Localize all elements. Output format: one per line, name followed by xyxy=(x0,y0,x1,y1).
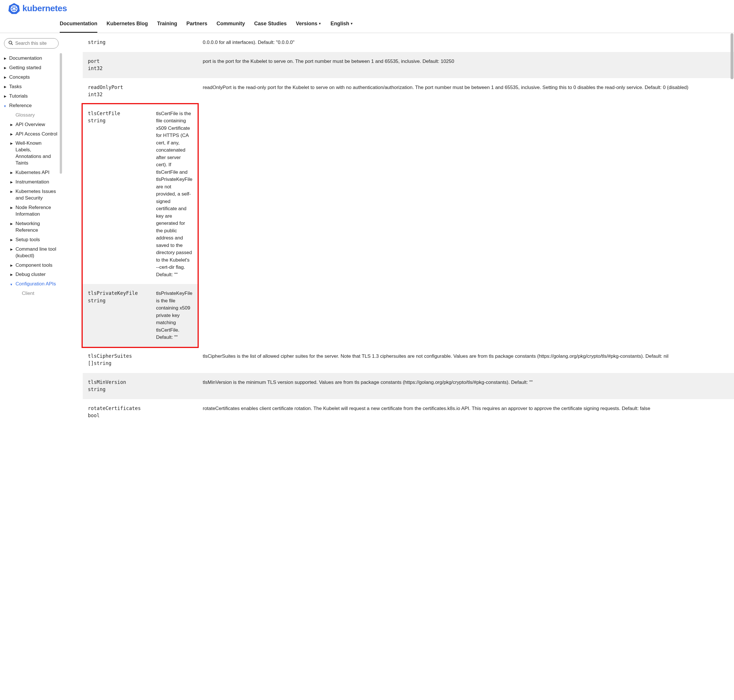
nav-community[interactable]: Community xyxy=(216,16,245,33)
chevron-right-icon: ▶ xyxy=(10,188,16,194)
sidebar-item[interactable]: ▶Documentation xyxy=(4,54,63,63)
field-name-cell: tlsCertFilestring xyxy=(83,104,151,284)
sidebar-item[interactable]: ▶Getting started xyxy=(4,63,63,73)
sidebar-item-label: Well-Known Labels, Annotations and Taint… xyxy=(16,140,63,166)
sidebar-item-label: Node Reference Information xyxy=(16,204,63,218)
sidebar-item[interactable]: ▶Tasks xyxy=(4,82,63,91)
sidebar-item-glossary[interactable]: Glossary xyxy=(4,110,63,120)
field-desc-cell: port is the port for the Kubelet to serv… xyxy=(197,52,734,78)
field-desc-cell: readOnlyPort is the read-only port for t… xyxy=(197,78,734,104)
table-row: tlsPrivateKeyFilestringtlsPrivateKeyFile… xyxy=(83,284,197,347)
chevron-right-icon: ▶ xyxy=(10,204,16,210)
sidebar-item-label: Configuration APIs xyxy=(16,281,63,287)
sidebar-item[interactable]: ▶Component tools xyxy=(4,261,63,270)
sidebar-item[interactable]: ▶API Access Control xyxy=(4,129,63,139)
nav-english[interactable]: English▼ xyxy=(331,16,353,33)
table-row: tlsMinVersionstringtlsMinVersion is the … xyxy=(83,373,734,399)
sidebar-item-label: Component tools xyxy=(16,262,63,269)
field-desc-cell: tlsCertFile is the file containing x509 … xyxy=(151,104,197,284)
page-scrollbar[interactable] xyxy=(731,33,733,79)
chevron-right-icon: ▶ xyxy=(10,221,16,226)
chevron-right-icon: ▶ xyxy=(10,131,16,137)
chevron-right-icon: ▶ xyxy=(10,237,16,242)
table-row: portint32port is the port for the Kubele… xyxy=(83,52,734,78)
search-input[interactable] xyxy=(15,41,73,46)
sidebar-item-label: Instrumentation xyxy=(16,179,63,185)
sidebar-item-client[interactable]: Client xyxy=(4,289,63,298)
sidebar-item[interactable]: ▶Kubernetes API xyxy=(4,168,63,178)
sidebar-item[interactable]: ▶Kubernetes Issues and Security xyxy=(4,187,63,203)
chevron-down-icon: ▾ xyxy=(4,103,9,109)
sidebar-item-label: Concepts xyxy=(9,74,63,81)
sidebar-item-label: Client xyxy=(22,290,63,297)
search-icon xyxy=(8,40,13,46)
sidebar-item-reference[interactable]: ▾Reference xyxy=(4,101,63,110)
sidebar-item[interactable]: ▶Tutorials xyxy=(4,91,63,101)
sidebar-item-label: Reference xyxy=(9,103,63,109)
sidebar-item[interactable]: ▶Setup tools xyxy=(4,235,63,245)
logo[interactable]: kubernetes xyxy=(8,2,726,14)
chevron-right-icon: ▶ xyxy=(10,140,16,146)
chevron-right-icon: ▶ xyxy=(4,84,9,89)
field-name-cell: tlsMinVersionstring xyxy=(83,373,197,399)
sidebar-item[interactable]: ▶Node Reference Information xyxy=(4,203,63,219)
table-row: readOnlyPortint32readOnlyPort is the rea… xyxy=(83,78,734,104)
main-content: string0.0.0.0 for all interfaces). Defau… xyxy=(63,33,734,425)
sidebar-item[interactable]: ▶Well-Known Labels, Annotations and Tain… xyxy=(4,139,63,168)
table-row: tlsCipherSuites[]stringtlsCipherSuites i… xyxy=(83,347,734,373)
table-row: string0.0.0.0 for all interfaces). Defau… xyxy=(83,33,734,52)
field-desc-cell: tlsCipherSuites is the list of allowed c… xyxy=(197,347,734,373)
sidebar-item-label: Setup tools xyxy=(16,237,63,243)
chevron-right-icon: ▶ xyxy=(10,121,16,127)
sidebar-item-label: Kubernetes Issues and Security xyxy=(16,188,63,201)
nav-documentation[interactable]: Documentation xyxy=(60,16,97,33)
sidebar-item[interactable]: ▶Instrumentation xyxy=(4,178,63,187)
chevron-down-icon: ▼ xyxy=(318,22,321,25)
sidebar-scrollbar[interactable] xyxy=(60,53,62,174)
field-name-cell: tlsPrivateKeyFilestring xyxy=(83,284,151,347)
sidebar-item-label: Networking Reference xyxy=(16,221,63,234)
chevron-right-icon: ▶ xyxy=(10,262,16,268)
field-desc-cell: 0.0.0.0 for all interfaces). Default: "0… xyxy=(197,33,734,52)
sidebar-item[interactable]: ▶Networking Reference xyxy=(4,219,63,235)
chevron-right-icon: ▶ xyxy=(10,246,16,251)
chevron-right-icon: ▶ xyxy=(10,169,16,175)
sidebar-item-configuration-apis[interactable]: ▾Configuration APIs xyxy=(4,279,63,289)
sidebar-item[interactable]: ▶API Overview xyxy=(4,120,63,129)
nav-training[interactable]: Training xyxy=(157,16,177,33)
site-header: kubernetes DocumentationKubernetes BlogT… xyxy=(0,0,734,33)
sidebar-item-label: API Access Control xyxy=(16,131,63,138)
highlighted-rows: tlsCertFilestringtlsCertFile is the file… xyxy=(83,104,197,347)
sidebar-item[interactable]: ▶Command line tool (kubectl) xyxy=(4,245,63,261)
top-nav: DocumentationKubernetes BlogTrainingPart… xyxy=(8,16,726,33)
chevron-right-icon: ▶ xyxy=(4,93,9,99)
field-desc-cell: rotateCertificates enables client certif… xyxy=(197,399,734,425)
nav-partners[interactable]: Partners xyxy=(186,16,207,33)
table-row: tlsCertFilestringtlsCertFile is the file… xyxy=(83,104,197,284)
sidebar-item[interactable]: ▶Debug cluster xyxy=(4,270,63,279)
sidebar-item-label: Glossary xyxy=(16,112,63,119)
table-row: rotateCertificatesboolrotateCertificates… xyxy=(83,399,734,425)
nav-case-studies[interactable]: Case Studies xyxy=(254,16,287,33)
nav-versions[interactable]: Versions▼ xyxy=(296,16,321,33)
field-name-cell: rotateCertificatesbool xyxy=(83,399,197,425)
search-box[interactable] xyxy=(4,38,59,49)
 xyxy=(17,290,22,291)
kubernetes-logo-icon xyxy=(8,2,20,14)
brand-text: kubernetes xyxy=(22,3,67,13)
sidebar-item-label: Tutorials xyxy=(9,93,63,100)
field-name-cell: tlsCipherSuites[]string xyxy=(83,347,197,373)
chevron-down-icon: ▾ xyxy=(10,281,16,287)
nav-kubernetes-blog[interactable]: Kubernetes Blog xyxy=(107,16,148,33)
chevron-down-icon: ▼ xyxy=(350,22,353,25)
sidebar-item-label: Kubernetes API xyxy=(16,169,63,176)
chevron-right-icon: ▶ xyxy=(10,179,16,184)
sidebar-item-label: Command line tool (kubectl) xyxy=(16,246,63,259)
 xyxy=(10,112,16,113)
svg-point-8 xyxy=(9,41,12,44)
field-name-cell: readOnlyPortint32 xyxy=(83,78,197,104)
field-name-cell: portint32 xyxy=(83,52,197,78)
field-desc-cell: tlsMinVersion is the minimum TLS version… xyxy=(197,373,734,399)
sidebar-item-label: Debug cluster xyxy=(16,271,63,278)
sidebar-item[interactable]: ▶Concepts xyxy=(4,73,63,82)
